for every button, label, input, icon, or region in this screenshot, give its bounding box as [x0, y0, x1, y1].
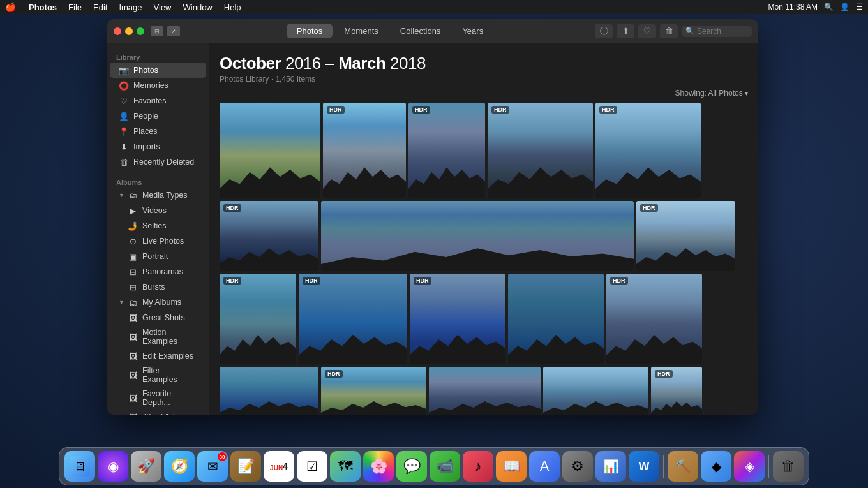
minimize-button[interactable] — [125, 27, 133, 35]
photo-4[interactable]: HDR — [488, 103, 593, 198]
sidebar-item-great-shots[interactable]: 🖼 Great Shots — [110, 310, 206, 325]
file-menu[interactable]: File — [67, 3, 83, 12]
image-menu[interactable]: Image — [117, 3, 143, 12]
dock-siri[interactable]: ◉ — [98, 451, 128, 482]
photo-13[interactable]: HDR — [606, 274, 702, 364]
tab-collections[interactable]: Collections — [390, 24, 451, 38]
search-box: 🔍 — [682, 26, 752, 37]
dock-app-colorful[interactable]: ◈ — [734, 451, 765, 482]
dock-finder[interactable]: 🖥 — [64, 451, 95, 482]
window-menu[interactable]: Window — [182, 3, 214, 12]
sidebar-item-favorites[interactable]: ♡ Favorites — [110, 93, 206, 108]
my-albums-label: My Albums — [142, 298, 181, 307]
portrait-icon: ▣ — [128, 251, 138, 262]
hdr-badge-6: HDR — [223, 204, 241, 212]
app-name-menu[interactable]: Photos — [27, 3, 58, 12]
sidebar-item-edit-examples[interactable]: 🖼 Edit Examples — [110, 348, 206, 364]
dock-books[interactable]: 📖 — [496, 451, 527, 482]
dock-mail[interactable]: ✉ 30 — [197, 451, 228, 482]
dock-photos[interactable]: 🌸 — [363, 451, 394, 482]
sidebar-item-4th-of-july-label: 4th of July — [142, 413, 179, 415]
sidebar-item-imports[interactable]: ⬇ Imports — [110, 139, 206, 154]
photo-9[interactable]: HDR — [220, 274, 296, 364]
sidebar-item-bursts[interactable]: ⊞ Bursts — [110, 279, 206, 295]
dock-keynote[interactable]: 📊 — [595, 451, 626, 482]
dock-word[interactable]: W — [629, 451, 659, 482]
sidebar-item-live-photos[interactable]: ⊙ Live Photos — [110, 233, 206, 249]
photo-18[interactable]: HDR — [651, 367, 702, 415]
photo-15[interactable]: HDR — [321, 367, 426, 415]
dock-reminders[interactable]: ☑ — [297, 451, 327, 482]
showing-dropdown[interactable]: Showing: All Photos ▾ — [675, 89, 748, 98]
dock-app-blue[interactable]: ◆ — [701, 451, 731, 482]
photo-1[interactable] — [220, 103, 320, 198]
tab-years[interactable]: Years — [452, 24, 493, 38]
photo-16[interactable] — [429, 367, 541, 415]
dock-launchpad[interactable]: 🚀 — [131, 451, 161, 482]
search-input[interactable] — [697, 27, 748, 36]
sidebar-item-portrait[interactable]: ▣ Portrait — [110, 249, 206, 264]
info-button[interactable]: ⓘ — [595, 24, 613, 38]
edit-menu[interactable]: Edit — [92, 3, 108, 12]
sidebar-item-recently-deleted[interactable]: 🗑 Recently Deleted — [110, 154, 206, 170]
sidebar-toggle-icon[interactable]: ⊟ — [151, 26, 163, 36]
dock-music[interactable]: ♪ — [463, 451, 493, 482]
start-year: 2016 — [285, 54, 321, 73]
photo-11[interactable]: HDR — [410, 274, 505, 364]
photo-7-wide[interactable] — [321, 201, 634, 271]
dock-facetime[interactable]: 📹 — [430, 451, 460, 482]
sidebar-item-places[interactable]: 📍 Places — [110, 124, 206, 139]
help-menu[interactable]: Help — [223, 3, 243, 12]
favorite-button[interactable]: ♡ — [638, 24, 656, 38]
sidebar-item-4th-of-july[interactable]: 🖼 4th of July — [110, 410, 206, 415]
close-button[interactable] — [114, 27, 121, 35]
photo-8[interactable]: HDR — [636, 201, 735, 271]
dock-notes[interactable]: 📝 — [230, 451, 261, 482]
sidebar-item-panoramas[interactable]: ⊟ Panoramas — [110, 264, 206, 279]
great-shots-icon: 🖼 — [128, 313, 138, 323]
dock-trash[interactable]: 🗑 — [773, 451, 804, 482]
dock-xcode[interactable]: 🔨 — [668, 451, 698, 482]
fullscreen-icon[interactable]: ⤢ — [167, 26, 180, 36]
photo-10[interactable]: HDR — [299, 274, 407, 364]
sidebar-item-panoramas-label: Panoramas — [142, 267, 183, 276]
photo-17[interactable] — [543, 367, 648, 415]
sidebar-item-favorites-label: Favorites — [133, 96, 166, 105]
sidebar-item-selfies[interactable]: 🤳 Selfies — [110, 218, 206, 233]
apple-menu[interactable]: 🍎 — [5, 2, 16, 12]
media-types-group[interactable]: ▼ 🗂 Media Types — [110, 188, 206, 203]
share-button[interactable]: ⬆ — [617, 24, 634, 38]
menubar-search-icon[interactable]: 🔍 — [824, 3, 834, 11]
dock-appstore[interactable]: A — [529, 451, 560, 482]
dock-messages[interactable]: 💬 — [396, 451, 427, 482]
sidebar-item-photos[interactable]: 📷 Photos — [110, 63, 206, 78]
sidebar-item-videos[interactable]: ▶ Videos — [110, 203, 206, 218]
view-menu[interactable]: View — [153, 3, 173, 12]
my-albums-group[interactable]: ▼ 🗂 My Albums — [110, 295, 206, 310]
sidebar-item-motion-examples[interactable]: 🖼 Motion Examples — [110, 325, 206, 348]
svg-text:🖥: 🖥 — [73, 460, 86, 474]
delete-button[interactable]: 🗑 — [660, 24, 678, 38]
menubar-user-icon[interactable]: 👤 — [840, 3, 849, 11]
photos-window: ⊟ ⤢ Photos Moments Collections Years ⓘ ⬆… — [107, 19, 758, 415]
sidebar-item-favorite-depth[interactable]: 🖼 Favorite Depth... — [110, 387, 206, 410]
maximize-button[interactable] — [137, 27, 144, 35]
sidebar-item-memories[interactable]: ⭕ Memories — [110, 78, 206, 93]
dock-safari[interactable]: 🧭 — [164, 451, 195, 482]
dock-calendar[interactable]: JUN 4 — [264, 451, 294, 482]
tab-photos[interactable]: Photos — [287, 24, 333, 38]
sidebar-item-photos-label: Photos — [133, 66, 158, 75]
traffic-lights — [114, 27, 144, 35]
photo-2[interactable]: HDR — [323, 103, 406, 198]
dock-maps[interactable]: 🗺 — [330, 451, 361, 482]
photo-14[interactable] — [220, 367, 318, 415]
photo-3[interactable]: HDR — [408, 103, 485, 198]
menubar-list-icon[interactable]: ☰ — [856, 3, 863, 11]
photo-6[interactable]: HDR — [220, 201, 318, 271]
dock-system-prefs[interactable]: ⚙ — [562, 451, 593, 482]
photo-5[interactable]: HDR — [595, 103, 701, 198]
sidebar-item-filter-examples[interactable]: 🖼 Filter Examples — [110, 364, 206, 387]
tab-moments[interactable]: Moments — [334, 24, 388, 38]
sidebar-item-people[interactable]: 👤 People — [110, 108, 206, 124]
photo-12[interactable] — [508, 274, 604, 364]
